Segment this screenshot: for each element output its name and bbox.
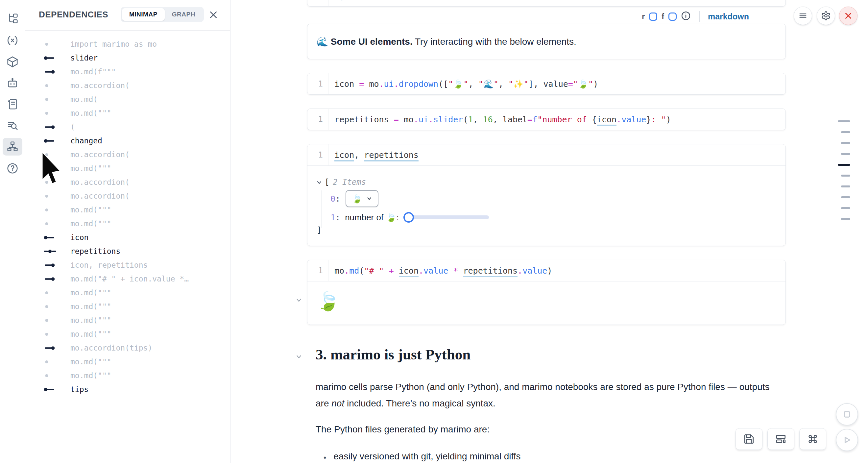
code-cell-tuple-output[interactable]: 1 icon, repetitions [2 Items 0: 🍃 1: num… bbox=[307, 144, 786, 246]
minimap-item[interactable]: mo.accordion(tips) bbox=[25, 341, 230, 355]
settings-button[interactable] bbox=[817, 7, 835, 25]
minimap-item[interactable]: repetitions bbox=[25, 244, 230, 258]
slider-track[interactable] bbox=[408, 215, 489, 219]
save-button[interactable] bbox=[736, 428, 763, 450]
markdown-mode-link[interactable]: markdown bbox=[708, 12, 749, 21]
rail-cell-marker[interactable] bbox=[841, 142, 850, 144]
code-line[interactable]: mo.md("# " + icon.value * repetitions.va… bbox=[329, 266, 552, 276]
rail-cell-marker[interactable] bbox=[838, 120, 850, 122]
minimap-item[interactable]: tips bbox=[25, 382, 230, 396]
line-number: 1 bbox=[307, 144, 329, 165]
minimap-item[interactable]: mo.md(""" bbox=[25, 327, 230, 341]
minimap-item[interactable]: mo.md(f""" bbox=[25, 65, 230, 79]
minimap-item-label: changed bbox=[70, 136, 102, 145]
rail-cell-marker[interactable] bbox=[841, 185, 850, 187]
tab-graph[interactable]: GRAPH bbox=[165, 8, 203, 21]
minimap-item[interactable]: changed bbox=[25, 134, 230, 148]
minimap-item[interactable]: slider bbox=[25, 51, 230, 65]
packages-icon[interactable] bbox=[6, 56, 19, 68]
run-button[interactable] bbox=[836, 429, 858, 451]
section-collapse-chevron-icon[interactable] bbox=[295, 353, 303, 361]
variables-icon[interactable] bbox=[6, 34, 19, 47]
icon-dropdown-control[interactable]: 🍃 bbox=[346, 190, 378, 207]
collapse-chevron-icon[interactable] bbox=[316, 179, 322, 187]
cell-uses-icon bbox=[43, 263, 59, 267]
cell-dot-icon bbox=[43, 222, 59, 225]
cell-dot-icon bbox=[43, 111, 59, 115]
line-number: 1 bbox=[307, 0, 329, 6]
help-icon[interactable] bbox=[6, 162, 19, 175]
code-line[interactable]: icon = mo.ui.dropdown(["🍃", "🌊", "✨"], v… bbox=[329, 79, 598, 89]
minimap-item[interactable]: ( bbox=[25, 120, 230, 134]
code-cell-dropdown[interactable]: 1 icon = mo.ui.dropdown(["🍃", "🌊", "✨"],… bbox=[307, 73, 786, 95]
cell-collapse-chevron-icon[interactable] bbox=[295, 297, 303, 304]
rail-cell-marker[interactable] bbox=[841, 218, 850, 220]
reactive-toggle-label: r bbox=[642, 12, 645, 21]
minimap-item[interactable]: mo.md("# " + icon.value *… bbox=[25, 272, 230, 286]
rail-cell-marker[interactable] bbox=[841, 131, 850, 133]
markdown-editor-cell-cut[interactable]: 1 🌊 Some UI elements.** Try interacting … bbox=[307, 0, 786, 7]
file-tree-icon[interactable] bbox=[6, 12, 19, 25]
rail-cell-marker[interactable] bbox=[841, 153, 850, 155]
minimap-item[interactable]: icon bbox=[25, 230, 230, 244]
code-line[interactable]: repetitions = mo.ui.slider(1, 16, label=… bbox=[329, 115, 671, 124]
rail-cell-marker[interactable] bbox=[841, 175, 850, 177]
minimap-item[interactable]: mo.md(""" bbox=[25, 106, 230, 120]
close-panel-button[interactable] bbox=[209, 10, 218, 20]
minimap-item[interactable]: import marimo as mo bbox=[25, 37, 230, 51]
rail-cell-marker[interactable] bbox=[841, 207, 850, 209]
cell-defs-icon bbox=[43, 139, 59, 143]
repetitions-slider[interactable] bbox=[403, 210, 490, 225]
minimap-item[interactable]: mo.accordion( bbox=[25, 79, 230, 92]
stop-button[interactable] bbox=[836, 403, 858, 426]
code-cell-md-output[interactable]: 1 mo.md("# " + icon.value * repetitions.… bbox=[307, 260, 786, 325]
info-icon[interactable] bbox=[681, 11, 691, 22]
dependencies-icon[interactable] bbox=[6, 141, 19, 153]
emoji-heading-output: 🍃 bbox=[317, 290, 340, 312]
minimap-item[interactable]: mo.md(""" bbox=[25, 217, 230, 230]
line-number: 1 bbox=[307, 260, 329, 281]
slider-knob[interactable] bbox=[403, 212, 414, 223]
minimap-item[interactable]: mo.md(""" bbox=[25, 369, 230, 382]
code-line[interactable]: icon, repetitions bbox=[329, 150, 418, 160]
minimap-item[interactable]: mo.md(""" bbox=[25, 313, 230, 327]
notebook-menu-button[interactable] bbox=[794, 7, 812, 25]
minimap-item[interactable]: mo.md(""" bbox=[25, 300, 230, 313]
minimap-item-label: mo.accordion( bbox=[70, 178, 129, 186]
cell-defs-icon bbox=[43, 56, 59, 60]
minimap-item[interactable]: mo.md( bbox=[25, 92, 230, 106]
format-checkbox[interactable] bbox=[669, 12, 677, 21]
minimap-item-label: mo.md(""" bbox=[70, 371, 112, 380]
tree-guide-line bbox=[321, 190, 322, 228]
tree-row-1: 1: number of 🍃: bbox=[331, 210, 490, 225]
minimap-item[interactable]: icon, repetitions bbox=[25, 258, 230, 272]
editor-output-divider bbox=[307, 165, 785, 166]
cell-dot-icon bbox=[43, 318, 59, 322]
minimap-item[interactable]: mo.md(""" bbox=[25, 355, 230, 369]
code-cell-slider[interactable]: 1 repetitions = mo.ui.slider(1, 16, labe… bbox=[307, 109, 786, 130]
minimap-item-label: mo.md(f""" bbox=[70, 67, 116, 76]
tab-minimap[interactable]: MINIMAP bbox=[122, 8, 165, 21]
minimap-item[interactable]: mo.accordion( bbox=[25, 189, 230, 203]
markdown-output-cell: 🌊 Some UI elements. Try interacting with… bbox=[307, 24, 786, 59]
marimo-app: DEPENDENCIES MINIMAP GRAPH import marimo… bbox=[0, 0, 868, 463]
minimap-item[interactable]: mo.md(""" bbox=[25, 203, 230, 217]
logs-icon[interactable] bbox=[6, 98, 19, 111]
reactive-checkbox[interactable] bbox=[649, 12, 657, 21]
layout-button[interactable] bbox=[767, 428, 794, 450]
code-line[interactable]: 🌊 Some UI elements.** Try interacting wi… bbox=[329, 0, 651, 1]
minimap-item-label: mo.md(""" bbox=[70, 206, 112, 214]
minimap-item-label: mo.md(""" bbox=[70, 164, 112, 173]
minimap-item-label: mo.accordion( bbox=[70, 192, 129, 200]
ai-assistant-icon[interactable] bbox=[6, 77, 19, 89]
cell-dot-icon bbox=[43, 194, 59, 198]
shutdown-button[interactable] bbox=[839, 7, 858, 25]
rail-cell-marker[interactable] bbox=[838, 164, 850, 166]
rail-cell-marker[interactable] bbox=[841, 196, 850, 198]
line-number: 1 bbox=[307, 109, 329, 130]
close-icon bbox=[844, 11, 852, 20]
snippets-search-icon[interactable] bbox=[6, 119, 19, 132]
minimap-item[interactable]: mo.md(""" bbox=[25, 286, 230, 300]
tree-index: 1: bbox=[331, 213, 340, 222]
command-palette-button[interactable] bbox=[799, 428, 826, 450]
